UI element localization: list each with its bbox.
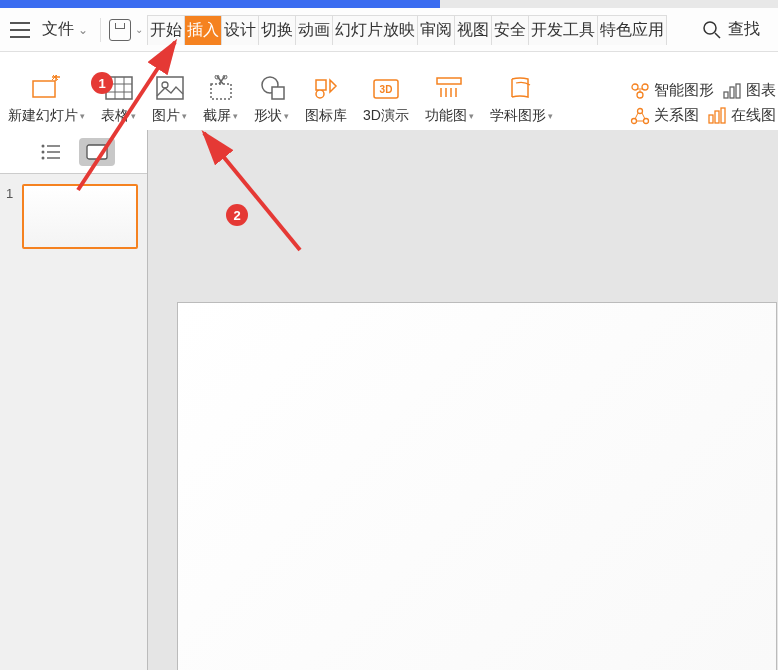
save-dropdown-icon[interactable]: ⌄ [135, 24, 143, 35]
tab-featured[interactable]: 特色应用 [598, 15, 667, 45]
svg-rect-35 [736, 84, 740, 98]
svg-rect-12 [157, 77, 183, 99]
title-bar-strip [0, 0, 440, 8]
3d-icon: 3D [370, 73, 402, 103]
screenshot-icon [205, 73, 237, 103]
online-icon [707, 107, 727, 125]
annotation-badge-1: 1 [91, 72, 113, 94]
view-toggle [0, 130, 147, 174]
save-icon[interactable] [109, 19, 131, 41]
ribbon-label: 3D演示 [363, 107, 409, 125]
function-icon [433, 73, 465, 103]
picture-icon [154, 73, 186, 103]
ribbon-label: 图标库 [305, 107, 347, 125]
ribbon-label: 形状 [254, 107, 282, 125]
svg-rect-14 [211, 84, 231, 99]
icon-library-icon [310, 73, 342, 103]
ribbon-chart[interactable]: 图表 [722, 81, 776, 100]
chevron-down-icon: ▾ [182, 111, 187, 121]
ribbon-label: 功能图 [425, 107, 467, 125]
svg-rect-42 [709, 115, 713, 123]
svg-text:3D: 3D [380, 84, 393, 95]
chevron-down-icon: ▾ [284, 111, 289, 121]
slide-number: 1 [6, 186, 16, 201]
ribbon-label: 图片 [152, 107, 180, 125]
slide-list: 1 [0, 174, 147, 259]
ribbon-label: 在线图 [731, 106, 776, 125]
hamburger-icon[interactable] [10, 22, 30, 38]
ribbon-smart-graphic[interactable]: 智能图形 [630, 81, 714, 100]
ribbon-label: 图表 [746, 81, 776, 100]
tab-review[interactable]: 审阅 [418, 15, 455, 45]
tab-security[interactable]: 安全 [492, 15, 529, 45]
ribbon-icon-library[interactable]: 图标库 [297, 73, 355, 125]
tab-slideshow[interactable]: 幻灯片放映 [333, 15, 418, 45]
file-menu-label: 文件 [42, 19, 74, 40]
ribbon-shapes[interactable]: 形状▾ [246, 73, 297, 125]
ribbon-label: 学科图形 [490, 107, 546, 125]
ribbon-label: 截屏 [203, 107, 231, 125]
new-slide-icon [31, 73, 63, 103]
chevron-down-icon: ▾ [131, 111, 136, 121]
ribbon-new-slide[interactable]: 新建幻灯片▾ [0, 73, 93, 125]
smart-graphic-icon [630, 82, 650, 100]
slide-canvas[interactable] [177, 302, 777, 670]
ribbon-label: 智能图形 [654, 81, 714, 100]
ribbon-function-diagram[interactable]: 功能图▾ [417, 73, 482, 125]
file-menu[interactable]: 文件 ⌄ [36, 19, 94, 40]
chevron-down-icon: ▾ [548, 111, 553, 121]
menu-bar: 文件 ⌄ ⌄ 开始 插入 设计 切换 动画 幻灯片放映 审阅 视图 安全 开发工… [0, 8, 778, 52]
svg-point-45 [41, 144, 44, 147]
separator [100, 18, 101, 42]
svg-point-38 [644, 118, 649, 123]
chart-icon [722, 82, 742, 100]
svg-line-1 [715, 33, 720, 38]
tab-start[interactable]: 开始 [147, 15, 185, 45]
svg-point-36 [638, 108, 643, 113]
chevron-down-icon: ▾ [80, 111, 85, 121]
svg-line-40 [642, 113, 645, 119]
svg-point-0 [704, 22, 716, 34]
svg-point-37 [632, 118, 637, 123]
ribbon-right-group: 智能图形 图表 关系图 在线图 [630, 81, 778, 125]
svg-rect-34 [730, 87, 734, 98]
tab-transition[interactable]: 切换 [259, 15, 296, 45]
svg-rect-43 [715, 111, 719, 123]
ribbon-3d[interactable]: 3D 3D演示 [355, 73, 417, 125]
thumbnail-view-button[interactable] [79, 138, 115, 166]
ribbon-subject-graphic[interactable]: 学科图形▾ [482, 73, 561, 125]
outline-icon [40, 143, 62, 161]
chevron-down-icon: ▾ [233, 111, 238, 121]
svg-rect-23 [437, 78, 461, 84]
tab-view[interactable]: 视图 [455, 15, 492, 45]
annotation-badge-2: 2 [226, 204, 248, 226]
slide-thumbnail-entry[interactable]: 1 [6, 184, 141, 249]
ribbon-label: 表格 [101, 107, 129, 125]
svg-point-30 [637, 92, 643, 98]
slide-thumbnail [22, 184, 138, 249]
tab-design[interactable]: 设计 [222, 15, 259, 45]
search-button[interactable]: 查找 [702, 19, 774, 40]
thumbnail-icon [85, 143, 109, 161]
subject-icon [505, 73, 537, 103]
svg-line-39 [635, 113, 638, 119]
ribbon-picture[interactable]: 图片▾ [144, 73, 195, 125]
ribbon-screenshot[interactable]: 截屏▾ [195, 73, 246, 125]
ribbon-tabs: 开始 插入 设计 切换 动画 幻灯片放映 审阅 视图 安全 开发工具 特色应用 [147, 15, 667, 45]
ribbon-relation[interactable]: 关系图 [630, 106, 699, 125]
ribbon-label: 新建幻灯片 [8, 107, 78, 125]
outline-view-button[interactable] [33, 138, 69, 166]
tab-animation[interactable]: 动画 [296, 15, 333, 45]
main-area: 1 [0, 130, 778, 670]
ribbon-online[interactable]: 在线图 [707, 106, 776, 125]
tab-insert[interactable]: 插入 [185, 15, 222, 45]
svg-rect-20 [272, 87, 284, 99]
svg-rect-2 [33, 81, 55, 97]
svg-rect-44 [721, 108, 725, 123]
ribbon: 新建幻灯片▾ 表格▾ 图片▾ 截屏▾ 形状▾ 图标库 3D 3D演示 [0, 52, 778, 130]
tab-devtools[interactable]: 开发工具 [529, 15, 598, 45]
slide-sidebar: 1 [0, 130, 148, 670]
ribbon-label: 关系图 [654, 106, 699, 125]
relation-icon [630, 107, 650, 125]
shapes-icon [256, 73, 288, 103]
